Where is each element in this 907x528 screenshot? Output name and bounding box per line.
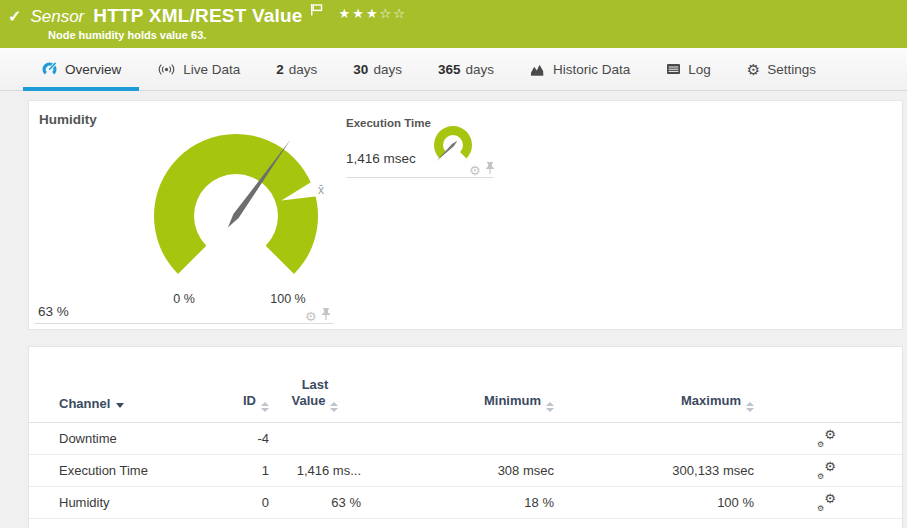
gauge-arc xyxy=(434,126,472,158)
column-header-id[interactable]: ID xyxy=(241,393,269,422)
column-header-last-value[interactable]: Last Value xyxy=(285,377,345,422)
cell-maximum: 100 % xyxy=(554,495,754,510)
channels-table-panel: Channel ID Last Value Minimum Maximum Do… xyxy=(28,346,903,528)
sensor-header: ✓ Sensor HTTP XML/REST Value ★★★☆☆ Node … xyxy=(0,0,907,48)
widget-divider xyxy=(346,177,494,178)
tab-365-days[interactable]: 365 days xyxy=(420,48,512,90)
cell-id: 1 xyxy=(241,463,269,478)
tab-number: 30 xyxy=(353,62,368,77)
cell-last-value: 63 % xyxy=(269,495,361,510)
tab-historic-data[interactable]: Historic Data xyxy=(512,48,648,90)
sensor-kind-label: Sensor xyxy=(30,7,84,27)
widget-divider xyxy=(34,323,334,324)
humidity-current-value: 63 % xyxy=(38,304,69,319)
tab-live-data[interactable]: Live Data xyxy=(139,48,258,90)
tab-settings[interactable]: ⚙ Settings xyxy=(729,48,834,90)
tab-bar: Overview Live Data 2 days 30 days 365 da… xyxy=(0,48,907,91)
tab-label: days xyxy=(289,62,318,77)
execution-time-gauge-title: Execution Time xyxy=(346,117,431,129)
sort-icon xyxy=(261,402,269,412)
column-label: Channel xyxy=(59,396,110,411)
average-marker-label: x̄ xyxy=(318,183,324,197)
cell-last-value: 1,416 ms... xyxy=(269,463,361,478)
column-header-channel[interactable]: Channel xyxy=(59,396,241,422)
live-data-icon xyxy=(157,62,176,77)
sort-icon xyxy=(546,402,554,412)
tab-label: Live Data xyxy=(183,62,240,77)
gear-icon[interactable]: ⚙ xyxy=(305,310,317,323)
tab-label: Historic Data xyxy=(553,62,630,77)
flag-icon[interactable] xyxy=(310,2,323,20)
table-row: Humidity 0 63 % 18 % 100 % ⚙⚙ xyxy=(29,487,902,519)
tab-label: Settings xyxy=(767,62,816,77)
cell-maximum: 300,133 msec xyxy=(554,463,754,478)
sensor-status-message: Node humidity holds value 63. xyxy=(48,29,206,41)
gauge-min-label: 0 % xyxy=(154,292,214,306)
tab-overview[interactable]: Overview xyxy=(23,48,139,90)
tab-label: days xyxy=(465,62,494,77)
page-title: HTTP XML/REST Value xyxy=(93,5,302,27)
overview-gauges-panel: Humidity x̄ 0 % 100 % 63 % ⚙ Execution T… xyxy=(28,100,903,330)
cell-minimum: 308 msec xyxy=(361,463,554,478)
status-ok-icon: ✓ xyxy=(8,7,21,26)
tab-label: days xyxy=(373,62,402,77)
cell-channel: Downtime xyxy=(59,431,241,446)
tab-number: 365 xyxy=(438,62,461,77)
channels-table-header: Channel ID Last Value Minimum Maximum xyxy=(29,347,902,423)
gear-icon: ⚙ xyxy=(747,62,760,77)
stars-empty: ☆☆ xyxy=(380,6,407,21)
log-icon xyxy=(666,63,681,75)
tab-number: 2 xyxy=(276,62,284,77)
column-header-maximum[interactable]: Maximum xyxy=(554,393,754,422)
cell-channel: Humidity xyxy=(59,495,241,510)
column-label: ID xyxy=(243,393,256,408)
tab-label: Log xyxy=(688,62,711,77)
table-row: Downtime -4 ⚙⚙ xyxy=(29,423,902,455)
gauge-arc xyxy=(154,134,318,274)
table-row: Execution Time 1 1,416 ms... 308 msec 30… xyxy=(29,455,902,487)
tab-30-days[interactable]: 30 days xyxy=(335,48,420,90)
cell-id: 0 xyxy=(241,495,269,510)
sort-icon xyxy=(746,402,754,412)
priority-stars[interactable]: ★★★☆☆ xyxy=(339,6,407,21)
column-label: Maximum xyxy=(681,393,741,408)
gear-icon[interactable]: ⚙ xyxy=(469,164,481,177)
channel-settings-icon[interactable]: ⚙⚙ xyxy=(816,494,838,512)
cell-channel: Execution Time xyxy=(59,463,241,478)
historic-data-icon xyxy=(530,63,546,76)
gauge-icon xyxy=(41,61,58,77)
channel-settings-icon[interactable]: ⚙⚙ xyxy=(816,462,838,480)
tab-2-days[interactable]: 2 days xyxy=(258,48,335,90)
execution-time-current-value: 1,416 msec xyxy=(346,151,416,166)
cell-id: -4 xyxy=(241,431,269,446)
channel-settings-icon[interactable]: ⚙⚙ xyxy=(816,430,838,448)
column-label: Last Value xyxy=(292,377,329,408)
sort-icon xyxy=(330,402,338,412)
column-header-minimum[interactable]: Minimum xyxy=(361,393,554,422)
column-label: Minimum xyxy=(484,393,541,408)
sort-desc-icon xyxy=(116,403,124,408)
tab-log[interactable]: Log xyxy=(648,48,729,90)
gauge-max-label: 100 % xyxy=(258,292,318,306)
tab-label: Overview xyxy=(65,62,121,77)
humidity-gauge[interactable]: x̄ xyxy=(89,101,389,316)
stars-filled: ★★★ xyxy=(339,6,380,21)
cell-minimum: 18 % xyxy=(361,495,554,510)
